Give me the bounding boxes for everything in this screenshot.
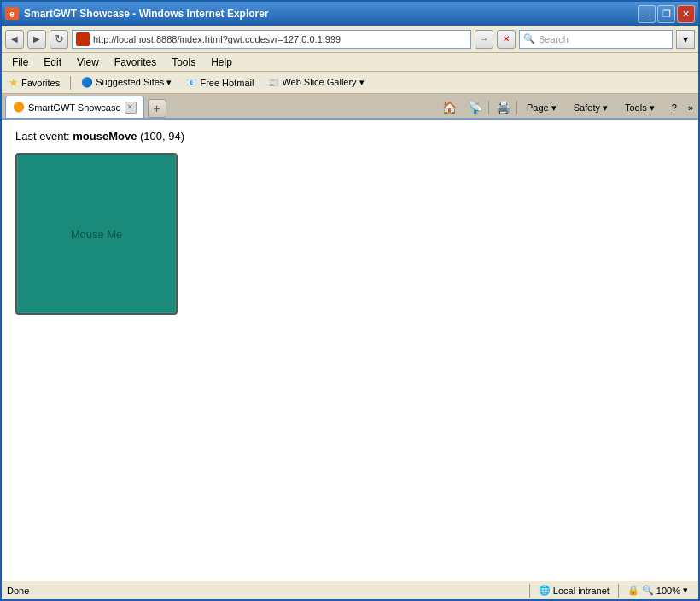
webslice-icon: 📰 <box>267 77 279 89</box>
tab-close-button[interactable]: ✕ <box>125 102 137 114</box>
search-placeholder: Search <box>539 34 668 44</box>
minimize-button[interactable]: – <box>638 5 656 23</box>
tab-favicon: 🟠 <box>13 102 25 113</box>
suggested-sites[interactable]: 🔵 Suggested Sites ▾ <box>78 76 175 89</box>
home-button[interactable]: 🏠 <box>437 97 461 118</box>
title-bar-left: e SmartGWT Showcase - Windows Internet E… <box>5 7 269 20</box>
menu-help[interactable]: Help <box>204 55 239 70</box>
webslice-label: Web Slice Gallery ▾ <box>282 77 364 88</box>
url-box[interactable]: http://localhost:8888/index.html?gwt.cod… <box>72 30 471 49</box>
zone-label: Local intranet <box>553 586 610 596</box>
back-button[interactable]: ◀ <box>5 30 24 49</box>
print-button[interactable]: 🖨️ <box>491 97 515 118</box>
safety-label: Safety ▾ <box>574 102 608 114</box>
help-label: ? <box>672 102 677 113</box>
menu-edit[interactable]: Edit <box>37 55 68 70</box>
url-text: http://localhost:8888/index.html?gwt.cod… <box>93 34 467 44</box>
zone-section: 🌐 Local intranet <box>534 585 615 596</box>
status-text: Done <box>7 586 265 596</box>
tools-label: Tools ▾ <box>625 102 655 114</box>
close-button[interactable]: ✕ <box>677 5 695 23</box>
content-wrapper: Last event: mouseMove (100, 94) Mouse Me <box>2 120 698 581</box>
overflow-button[interactable]: » <box>686 102 695 113</box>
page-label: Page ▾ <box>527 102 557 114</box>
zoom-chevron: ▾ <box>683 585 688 596</box>
rss-button[interactable]: 📡 <box>463 97 487 118</box>
menu-bar: File Edit View Favorites Tools Help <box>2 53 698 72</box>
web-slice-gallery[interactable]: 📰 Web Slice Gallery ▾ <box>264 76 367 90</box>
forward-button[interactable]: ▶ <box>27 30 46 49</box>
refresh-button[interactable]: ↻ <box>50 30 68 49</box>
ie-icon: e <box>5 7 19 20</box>
menu-file[interactable]: File <box>5 55 35 70</box>
browser-window: e SmartGWT Showcase - Windows Internet E… <box>0 0 700 601</box>
page-menu[interactable]: Page ▾ <box>519 97 564 118</box>
last-event-name-text: mouseMove <box>73 130 137 143</box>
page-content: Last event: mouseMove (100, 94) Mouse Me <box>2 120 698 581</box>
search-box[interactable]: 🔍 Search <box>519 30 673 49</box>
title-bar-controls: – ❐ ✕ <box>638 5 695 23</box>
zoom-level: 🔍 <box>642 585 654 596</box>
title-bar: e SmartGWT Showcase - Windows Internet E… <box>2 2 698 26</box>
window-title: SmartGWT Showcase - Windows Internet Exp… <box>24 8 269 20</box>
favorites-label: Favorites <box>21 78 60 88</box>
go-button[interactable]: → <box>475 30 493 49</box>
favorites-bar: ★ Favorites 🔵 Suggested Sites ▾ 📧 Free H… <box>2 72 698 94</box>
stop-button[interactable]: ✕ <box>497 30 516 49</box>
tabs-bar: 🟠 SmartGWT Showcase ✕ + 🏠 📡 🖨️ Page ▾ Sa… <box>2 94 698 120</box>
safety-menu[interactable]: Safety ▾ <box>566 97 615 118</box>
tab-label: SmartGWT Showcase <box>28 102 121 113</box>
suggested-label: Suggested Sites ▾ <box>96 77 172 88</box>
menu-view[interactable]: View <box>70 55 106 70</box>
help-button[interactable]: ? <box>664 97 685 118</box>
active-tab[interactable]: 🟠 SmartGWT Showcase ✕ <box>5 96 144 118</box>
star-icon: ★ <box>9 76 19 89</box>
zoom-section[interactable]: 🔒 🔍 100% ▾ <box>622 585 693 596</box>
ie-small-icon: 🔵 <box>81 77 93 88</box>
mouse-box[interactable]: Mouse Me <box>15 153 178 315</box>
last-event-coords: (100, 94) <box>140 130 184 143</box>
menu-favorites[interactable]: Favorites <box>108 55 163 70</box>
last-event-prefix: Last event: <box>15 130 70 143</box>
hotmail-icon: 📧 <box>185 77 197 89</box>
status-bar: Done 🌐 Local intranet 🔒 🔍 100% ▾ <box>2 581 698 599</box>
mouse-box-label: Mouse Me <box>71 228 123 241</box>
page-icon <box>76 32 90 46</box>
menu-tools[interactable]: Tools <box>165 55 202 70</box>
lock-icon: 🔒 <box>627 585 639 596</box>
zoom-value: 100% <box>656 586 680 596</box>
search-go-button[interactable]: ▾ <box>676 30 695 49</box>
zone-icon: 🌐 <box>539 585 551 596</box>
free-hotmail[interactable]: 📧 Free Hotmail <box>182 76 257 90</box>
live-search-icon: 🔍 <box>523 33 535 44</box>
toolbar-right: 🏠 📡 🖨️ Page ▾ Safety ▾ Tools ▾ ? » <box>437 97 695 118</box>
new-tab-button[interactable]: + <box>148 99 166 118</box>
last-event-line: Last event: mouseMove (100, 94) <box>15 130 685 143</box>
hotmail-label: Free Hotmail <box>200 78 254 88</box>
favorites-button[interactable]: ★ Favorites <box>5 75 63 90</box>
restore-button[interactable]: ❐ <box>657 5 675 23</box>
tools-menu[interactable]: Tools ▾ <box>617 97 662 118</box>
address-bar: ◀ ▶ ↻ http://localhost:8888/index.html?g… <box>2 26 698 53</box>
